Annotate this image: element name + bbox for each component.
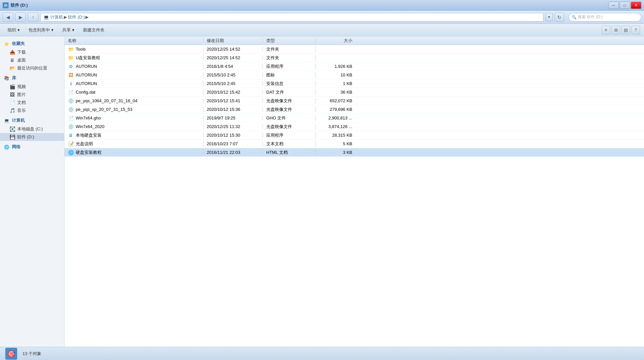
- sidebar-item-downloads[interactable]: 📥 下载: [0, 48, 64, 56]
- file-type-icon: 💿: [68, 124, 74, 130]
- file-name: Tools: [76, 47, 86, 52]
- file-row[interactable]: 🌐 硬盘安装教程 2016/11/21 22:03 HTML 文档 3 KB: [64, 148, 644, 157]
- view-options-button[interactable]: ≡: [602, 26, 610, 34]
- sidebar-section-library: 📚 库 🎬 视频 🖼 图片 📄 文档 🎵 音乐: [0, 73, 64, 114]
- file-type-icon: 🖥: [68, 132, 74, 138]
- sidebar-item-recent[interactable]: 📂 最近访问的位置: [0, 64, 64, 72]
- organize-button[interactable]: 组织 ▾: [4, 25, 23, 35]
- file-list: 名称 修改日期 类型 大小 📁 Tools 2020/12/25 14:52 文…: [64, 36, 644, 347]
- address-path[interactable]: 💻 计算机 ▶ 软件 (D:) ▶: [40, 13, 543, 22]
- document-icon: 📄: [9, 100, 15, 106]
- sidebar-item-image[interactable]: 🖼 图片: [0, 91, 64, 99]
- file-row[interactable]: 📝 光盘说明 2016/10/23 7:07 文本文档 5 KB: [64, 140, 644, 148]
- file-type-icon: 📁: [68, 46, 74, 52]
- file-row[interactable]: 📁 U盘安装教程 2020/12/25 14:52 文件夹: [64, 54, 644, 62]
- file-row[interactable]: 📄 Config.dat 2020/10/12 15:42 DAT 文件 36 …: [64, 88, 644, 97]
- file-size-cell: 1,926 KB: [316, 64, 356, 69]
- close-button[interactable]: ✕: [631, 2, 641, 9]
- address-bar: ◀ ▶ ↑ 💻 计算机 ▶ 软件 (D:) ▶ ▼ ↻ 🔍 搜索 软件 (D:): [0, 11, 644, 24]
- file-type-cell: HTML 文档: [263, 150, 316, 156]
- file-type-icon: 🌐: [68, 150, 74, 156]
- file-type-icon: 📝: [68, 141, 74, 147]
- change-view-button[interactable]: ⊞: [612, 26, 620, 34]
- sidebar-section-network-header[interactable]: 🌐 网络: [0, 142, 64, 152]
- file-name: Win7x64.gho: [76, 115, 101, 120]
- favorites-icon: ⭐: [3, 40, 10, 47]
- file-type-icon: 💿: [68, 98, 74, 104]
- path-computer[interactable]: 💻 计算机: [43, 14, 63, 20]
- file-type-cell: 文件夹: [263, 55, 316, 61]
- file-row[interactable]: 💿 Win7x64_2020 2020/12/25 11:32 光盘映像文件 3…: [64, 122, 644, 131]
- col-header-name[interactable]: 名称: [64, 38, 203, 44]
- maximize-button[interactable]: □: [620, 2, 630, 9]
- file-name: 本地硬盘安装: [76, 132, 102, 138]
- file-size-cell: 3,874,126 ...: [316, 124, 356, 129]
- file-type-cell: 应用程序: [263, 64, 316, 69]
- file-size-cell: 279,696 KB: [316, 107, 356, 112]
- new-folder-button[interactable]: 新建文件夹: [79, 25, 108, 35]
- sidebar-section-computer-header[interactable]: 💻 计算机: [0, 116, 64, 125]
- title-bar: 🗂 软件 (D:) ─ □ ✕: [0, 0, 644, 11]
- file-row[interactable]: 🖥 本地硬盘安装 2020/10/12 15:30 应用程序 28,315 KB: [64, 131, 644, 140]
- file-row[interactable]: ℹ AUTORUN 2015/5/10 2:45 安装信息 1 KB: [64, 79, 644, 88]
- sidebar-item-desktop[interactable]: 🖥 桌面: [0, 56, 64, 64]
- file-type-cell: DAT 文件: [263, 89, 316, 95]
- share-dropdown-icon: ▾: [72, 27, 74, 32]
- file-name-cell: 📄 Win7x64.gho: [64, 115, 203, 121]
- search-placeholder: 搜索 软件 (D:): [578, 14, 603, 20]
- file-size-cell: 36 KB: [316, 90, 356, 95]
- file-size-cell: 1 KB: [316, 81, 356, 86]
- forward-button[interactable]: ▶: [15, 13, 26, 22]
- file-size-cell: 28,315 KB: [316, 133, 356, 138]
- file-row[interactable]: 📄 Win7x64.gho 2019/9/7 19:25 GHO 文件 2,90…: [64, 114, 644, 122]
- sidebar-item-document[interactable]: 📄 文档: [0, 99, 64, 107]
- share-button[interactable]: 共享 ▾: [59, 25, 78, 35]
- sidebar-item-video[interactable]: 🎬 视频: [0, 83, 64, 91]
- col-header-type[interactable]: 类型: [263, 38, 316, 44]
- title-bar-left: 🗂 软件 (D:): [3, 2, 28, 8]
- search-icon: 🔍: [572, 15, 577, 20]
- file-type-icon: 💿: [68, 107, 74, 112]
- col-header-date[interactable]: 修改日期: [203, 38, 263, 44]
- file-date-cell: 2020/10/12 15:36: [203, 107, 263, 112]
- up-button[interactable]: ↑: [28, 13, 38, 22]
- file-rows: 📁 Tools 2020/12/25 14:52 文件夹 📁 U盘安装教程 20…: [64, 45, 644, 347]
- sidebar-section-library-header[interactable]: 📚 库: [0, 73, 64, 83]
- file-size-cell: 652,072 KB: [316, 98, 356, 103]
- file-row[interactable]: 💿 pe_yqs_xp_20_07_31_15_53 2020/10/12 15…: [64, 105, 644, 114]
- file-name-cell: 📁 U盘安装教程: [64, 55, 203, 61]
- minimize-button[interactable]: ─: [608, 2, 619, 9]
- col-header-size[interactable]: 大小: [316, 38, 356, 44]
- file-size-cell: 3 KB: [316, 150, 356, 155]
- preview-pane-button[interactable]: ▤: [622, 26, 630, 34]
- downloads-icon: 📥: [9, 49, 15, 55]
- file-type-cell: 安装信息: [263, 81, 316, 87]
- path-drive-d[interactable]: 软件 (D:): [68, 14, 85, 20]
- file-size-cell: 2,900,813 ...: [316, 115, 356, 120]
- search-input[interactable]: 🔍 搜索 软件 (D:): [569, 13, 641, 22]
- sidebar-section-favorites-header[interactable]: ⭐ 收藏夹: [0, 39, 64, 48]
- file-date-cell: 2019/9/7 19:25: [203, 115, 263, 120]
- file-name-cell: 📄 Config.dat: [64, 89, 203, 95]
- sidebar-item-drive-d[interactable]: 💾 软件 (D:): [0, 133, 64, 141]
- file-type-icon: 🖼: [68, 72, 74, 78]
- file-type-cell: 光盘映像文件: [263, 107, 316, 112]
- file-date-cell: 2020/10/12 15:30: [203, 133, 263, 138]
- file-row[interactable]: 🖼 AUTORUN 2015/5/10 2:45 图标 10 KB: [64, 71, 644, 79]
- file-row[interactable]: 💿 pe_yqs_1064_20_07_31_16_04 2020/10/12 …: [64, 97, 644, 105]
- file-row[interactable]: 📁 Tools 2020/12/25 14:52 文件夹: [64, 45, 644, 54]
- refresh-button[interactable]: ↻: [555, 13, 564, 22]
- path-separator-2: ▶: [85, 15, 89, 20]
- file-type-cell: 图标: [263, 72, 316, 78]
- address-dropdown-button[interactable]: ▼: [545, 13, 553, 22]
- file-name: U盘安装教程: [76, 55, 100, 61]
- sidebar-item-music[interactable]: 🎵 音乐: [0, 107, 64, 114]
- image-icon: 🖼: [9, 92, 15, 98]
- back-button[interactable]: ◀: [3, 13, 13, 22]
- help-button[interactable]: ?: [631, 26, 640, 34]
- file-date-cell: 2020/12/25 14:52: [203, 55, 263, 60]
- file-row[interactable]: ⚙ AUTORUN 2016/1/8 4:54 应用程序 1,926 KB: [64, 62, 644, 71]
- sidebar-item-drive-c[interactable]: 💽 本地磁盘 (C:): [0, 125, 64, 133]
- include-library-button[interactable]: 包含到库中 ▾: [25, 25, 57, 35]
- title-bar-controls: ─ □ ✕: [608, 2, 641, 9]
